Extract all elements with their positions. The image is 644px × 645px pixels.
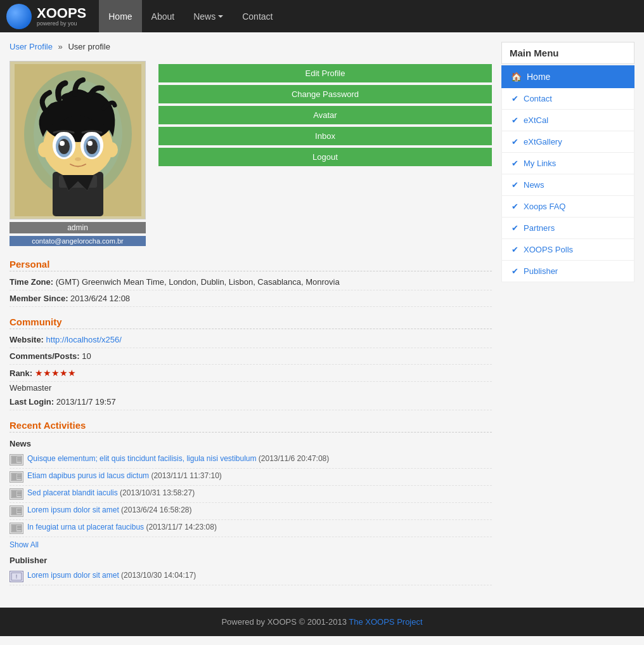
sidebar-item-label: Publisher: [524, 266, 558, 276]
activity-link[interactable]: Lorem ipsum dolor sit amet: [27, 571, 119, 580]
activity-link[interactable]: Sed placerat blandit iaculis: [27, 488, 118, 497]
svg-point-8: [105, 142, 118, 157]
website-link[interactable]: http://localhost/x256/: [46, 335, 122, 344]
sidebar-item-label: Contact: [524, 94, 552, 103]
brand-name: XOOPS: [37, 5, 86, 21]
svg-rect-41: [17, 526, 22, 527]
rank-field: Rank: ★★★★★: [10, 365, 492, 382]
svg-rect-28: [17, 478, 22, 479]
last-login-field: Last Login: 2013/11/7 19:57: [10, 394, 492, 410]
breadcrumb-link[interactable]: User Profile: [10, 42, 53, 51]
activity-date: (2013/11/7 14:23:08): [146, 523, 216, 531]
activity-link[interactable]: Lorem ipsum dolor sit amet: [27, 505, 119, 514]
svg-rect-26: [17, 474, 22, 476]
inbox-button[interactable]: Inbox: [158, 127, 492, 145]
check-icon: ✔: [512, 202, 518, 211]
svg-rect-32: [17, 493, 22, 495]
nav-home[interactable]: Home: [99, 0, 141, 32]
activity-link[interactable]: Quisque elementum; elit quis tincidunt f…: [27, 454, 257, 463]
brand[interactable]: XOOPS powered by you: [6, 4, 86, 29]
website-field: Website: http://localhost/x256/: [10, 332, 492, 348]
activity-date: (2013/11/1 11:37:10): [151, 471, 221, 480]
activity-date: (2013/10/30 14:04:17): [121, 571, 196, 580]
action-buttons: Edit Profile Change Password Avatar Inbo…: [158, 61, 492, 246]
activity-link[interactable]: In feugiat urna ut placerat faucibus: [27, 523, 144, 531]
svg-rect-42: [17, 528, 22, 529]
svg-rect-38: [17, 512, 22, 513]
sidebar-item-xoopspolls[interactable]: ✔ XOOPS Polls: [501, 239, 634, 261]
publisher-item-icon: !: [10, 571, 23, 582]
nav-items: Home About News Contact: [99, 0, 282, 32]
avatar-svg: [15, 64, 141, 216]
nav-about[interactable]: About: [142, 0, 184, 32]
logout-button[interactable]: Logout: [158, 148, 492, 166]
svg-rect-23: [17, 460, 22, 462]
svg-point-18: [75, 157, 81, 161]
avatar-column: admin contato@angelorocha.com.br: [10, 61, 146, 246]
last-login-value: 2013/11/7 19:57: [56, 397, 116, 407]
navbar: XOOPS powered by you Home About News Con…: [0, 0, 644, 32]
avatar-button[interactable]: Avatar: [158, 106, 492, 124]
member-since-label: Member Since:: [10, 294, 68, 303]
show-all-link[interactable]: Show All: [10, 540, 492, 549]
logo-globe-icon: [6, 4, 32, 29]
sidebar-item-contact[interactable]: ✔ Contact: [501, 88, 634, 110]
edit-profile-button[interactable]: Edit Profile: [158, 64, 492, 82]
sidebar-item-xoopsfaq[interactable]: ✔ Xoops FAQ: [501, 196, 634, 218]
rank-title: Webmaster: [10, 382, 492, 394]
sidebar-item-label: XOOPS Polls: [524, 245, 573, 254]
change-password-button[interactable]: Change Password: [158, 85, 492, 103]
sidebar-item-extgallery[interactable]: ✔ eXtGallery: [501, 131, 634, 153]
svg-rect-22: [17, 459, 22, 460]
list-item: ! Lorem ipsum dolor sit amet (2013/10/30…: [10, 568, 492, 585]
news-item-icon: [10, 471, 23, 483]
footer-text: Powered by XOOPS © 2001-2013: [221, 617, 346, 627]
avatar-image: [10, 61, 146, 219]
svg-text:!: !: [16, 573, 18, 580]
check-icon: ✔: [512, 115, 518, 125]
list-item: Etiam dapibus purus id lacus dictum (201…: [10, 469, 492, 486]
news-item-icon: [10, 488, 23, 500]
breadcrumb-current: User profile: [68, 42, 110, 51]
activity-date: (2013/6/24 16:58:28): [121, 505, 191, 514]
community-section-title: Community: [10, 316, 492, 329]
home-icon: 🏠: [511, 72, 522, 82]
news-item-icon: [10, 505, 23, 517]
sidebar-item-label: My Links: [524, 159, 556, 168]
timezone-label: Time Zone:: [10, 277, 53, 287]
recent-activities-title: Recent Activities: [10, 420, 492, 433]
svg-rect-40: [12, 525, 16, 531]
check-icon: ✔: [512, 245, 518, 254]
sidebar-item-publisher[interactable]: ✔ Publisher: [501, 261, 634, 282]
check-icon: ✔: [512, 223, 518, 233]
sidebar-item-partners[interactable]: ✔ Partners: [501, 218, 634, 239]
svg-rect-35: [12, 508, 16, 514]
sidebar-item-label: Xoops FAQ: [524, 202, 565, 211]
svg-rect-36: [17, 509, 22, 510]
timezone-field: Time Zone: (GMT) Greenwich Mean Time, Lo…: [10, 274, 492, 290]
svg-rect-31: [17, 492, 22, 493]
main-content: User Profile » User profile: [10, 42, 492, 585]
breadcrumb-separator: »: [58, 42, 63, 51]
username-badge: admin: [10, 222, 146, 233]
sidebar-item-mylinks[interactable]: ✔ My Links: [501, 153, 634, 174]
sidebar-item-news[interactable]: ✔ News: [501, 174, 634, 196]
nav-contact[interactable]: Contact: [233, 0, 282, 32]
news-item-icon: [10, 454, 23, 466]
svg-rect-33: [17, 495, 22, 496]
email-badge: contato@angelorocha.com.br: [10, 236, 146, 246]
check-icon: ✔: [512, 137, 518, 147]
sidebar-item-label: News: [524, 180, 544, 190]
check-icon: ✔: [512, 159, 518, 168]
nav-news[interactable]: News: [184, 0, 233, 32]
list-item: In feugiat urna ut placerat faucibus (20…: [10, 520, 492, 537]
footer: Powered by XOOPS © 2001-2013 The XOOPS P…: [0, 608, 644, 636]
sidebar-item-extcal[interactable]: ✔ eXtCal: [501, 110, 634, 131]
footer-link[interactable]: The XOOPS Project: [349, 617, 422, 627]
svg-point-15: [86, 139, 98, 154]
svg-rect-21: [17, 457, 22, 459]
activities-news-label: News: [10, 439, 492, 448]
svg-rect-25: [12, 474, 16, 480]
sidebar-item-home[interactable]: 🏠 Home: [501, 65, 634, 88]
activity-link[interactable]: Etiam dapibus purus id lacus dictum: [27, 471, 149, 480]
